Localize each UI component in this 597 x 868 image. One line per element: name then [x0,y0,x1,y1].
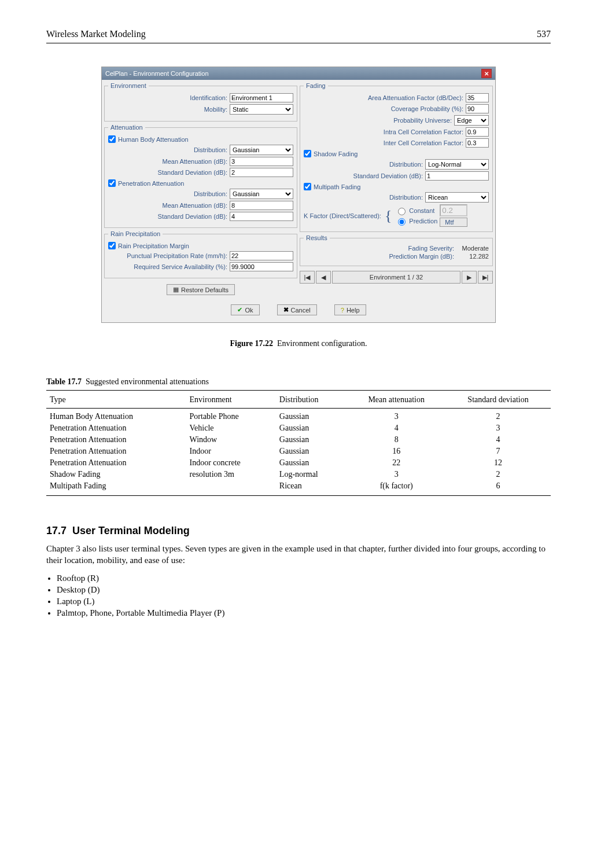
mtf-button[interactable]: Mtf [440,218,467,227]
section-heading: 17.7 User Terminal Modeling [46,525,551,537]
hb-mean-input[interactable] [230,157,293,166]
list-item: Rooftop (R) [57,573,551,583]
multipath-dist-label: Distribution: [389,194,423,201]
x-icon: ✖ [283,306,289,314]
attenuation-group: Attenuation Human Body Attenuation Distr… [104,124,297,228]
table-row: Penetration AttenuationWindowGaussian84 [46,434,551,446]
pen-mean-input[interactable] [230,201,293,210]
nav-bar: |◀ ◀ Environment 1 / 32 ▶ ▶| [300,271,493,284]
cov-prob-input[interactable] [466,104,489,113]
nav-next-button[interactable]: ▶ [462,271,477,284]
identification-input[interactable] [230,93,293,102]
kfactor-label: K Factor (Direct/Scattered): [304,212,381,219]
hb-std-label: Standard Deviation (dB): [158,169,227,176]
inter-label: Inter Cell Correlation Factor: [384,139,463,146]
titlebar: CelPlan - Environment Configuration ✕ [102,67,495,80]
list-item: Desktop (D) [57,585,551,595]
multipath-dist-select[interactable]: Ricean [425,192,489,203]
shadow-checkbox[interactable] [304,150,311,157]
environment-group: Environment Identification: Mobility: St… [104,82,297,122]
table-row: Human Body AttenuationPortable PhoneGaus… [46,409,551,423]
rain-margin-checkbox[interactable] [108,242,116,249]
rain-margin-label: Rain Precipitation Margin [118,242,189,249]
restore-defaults-button[interactable]: ▦ Restore Defaults [167,284,235,295]
rain-rate-input[interactable] [230,251,293,260]
penetration-checkbox[interactable] [108,179,116,187]
results-group: Results Fading Severity: Moderate Predic… [300,234,493,266]
intra-input[interactable] [466,127,489,137]
bullet-list: Rooftop (R)Desktop (D)Laptop (L)Palmtop,… [46,573,551,618]
fading-group: Fading Area Attenuation Factor (dB/Dec):… [300,82,493,232]
human-body-label: Human Body Attenuation [118,136,189,143]
human-body-checkbox[interactable] [108,135,116,143]
attenuation-table: TypeEnvironmentDistributionMean attenuat… [46,390,551,496]
page-header: Wireless Market Modeling 537 [46,29,551,43]
shadow-std-label: Standard Deviation (dB): [353,172,423,179]
hb-dist-select[interactable]: Gaussian [230,145,293,155]
inter-input[interactable] [466,138,489,148]
table-row: Shadow Fadingresolution 3mLog-normal32 [46,469,551,480]
question-icon: ? [341,307,344,314]
kf-constant-input [440,204,467,216]
severity-label: Fading Severity: [408,245,454,252]
nav-last-button[interactable]: ▶| [478,271,493,284]
help-button[interactable]: ?Help [334,304,366,315]
severity-value: Moderate [458,245,489,252]
table-row: Penetration AttenuationVehicleGaussian43 [46,422,551,434]
hb-mean-label: Mean Attenuation (dB): [162,158,227,165]
intra-label: Intra Cell Correlation Factor: [384,128,463,135]
environment-legend: Environment [108,82,149,89]
fading-legend: Fading [304,82,328,89]
shadow-dist-select[interactable]: Log-Normal [425,159,489,170]
restore-icon: ▦ [173,286,179,293]
cancel-label: Cancel [291,307,311,314]
ok-button[interactable]: ✔Ok [231,304,259,315]
results-legend: Results [304,234,330,241]
rain-group: Rain Precipitation Rain Precipitation Ma… [104,230,297,278]
kf-constant-radio[interactable] [398,208,406,215]
table-row: Penetration AttenuationIndoorGaussian167 [46,446,551,457]
mobility-label: Mobility: [204,106,227,113]
pred-margin-value: 12.282 [458,253,489,260]
multipath-label: Multipath Fading [314,183,360,190]
pen-dist-label: Distribution: [194,190,227,197]
dialog-title: CelPlan - Environment Configuration [105,70,209,77]
prob-univ-label: Probability Universe: [393,117,452,124]
area-att-input[interactable] [466,93,489,102]
area-att-label: Area Attenuation Factor (dB/Dec): [368,94,463,101]
kf-constant-label: Constant [409,207,434,214]
section-paragraph: Chapter 3 also lists user terminal types… [46,543,551,567]
kf-prediction-radio[interactable] [398,218,406,226]
figure-caption: Figure 17.22 Environment configuration. [46,339,551,348]
shadow-dist-label: Distribution: [389,161,423,168]
header-page-number: 537 [537,29,551,39]
identification-label: Identification: [190,94,227,101]
ok-label: Ok [245,307,253,314]
restore-label: Restore Defaults [181,286,229,293]
pen-std-input[interactable] [230,212,293,221]
pen-std-label: Standard Deviation (dB): [158,213,227,220]
hb-std-input[interactable] [230,168,293,177]
close-icon[interactable]: ✕ [481,69,492,78]
rain-rate-label: Punctual Precipitation Rate (mm/h): [127,252,227,259]
nav-counter: Environment 1 / 32 [332,271,460,284]
environment-config-dialog: CelPlan - Environment Configuration ✕ En… [101,67,496,323]
header-left: Wireless Market Modeling [46,29,146,39]
multipath-checkbox[interactable] [304,183,311,190]
hb-dist-label: Distribution: [194,146,227,153]
nav-prev-button[interactable]: ◀ [316,271,331,284]
nav-first-button[interactable]: |◀ [300,271,315,284]
rain-avail-input[interactable] [230,262,293,271]
rain-avail-label: Required Service Availability (%): [134,263,227,270]
prob-univ-select[interactable]: Edge [454,115,489,126]
table-caption: Table 17.7 Suggested environmental atten… [46,377,551,387]
mobility-select[interactable]: Static [230,104,293,115]
cancel-button[interactable]: ✖Cancel [277,304,317,315]
brace-icon: { [385,211,392,221]
cov-prob-label: Coverage Probability (%): [391,105,463,112]
pen-dist-select[interactable]: Gaussian [230,189,293,199]
shadow-std-input[interactable] [425,171,489,181]
check-icon: ✔ [237,306,242,314]
kf-prediction-label: Prediction [409,218,437,225]
attenuation-legend: Attenuation [108,124,145,131]
